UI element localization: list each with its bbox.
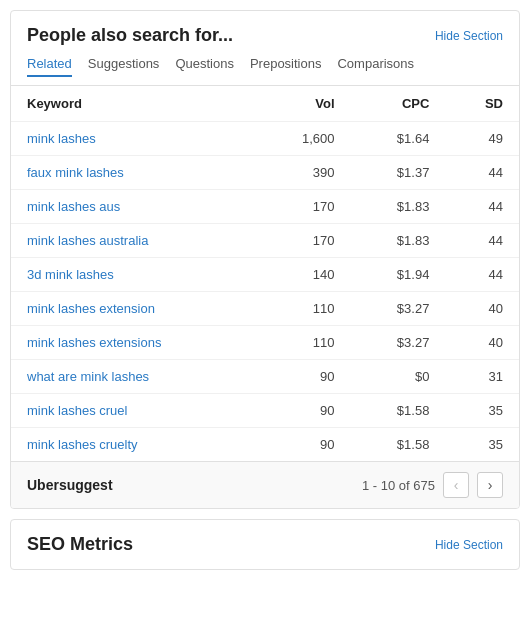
tab-questions[interactable]: Questions [175, 56, 234, 77]
col-keyword: Keyword [11, 86, 256, 122]
table-row: mink lashes cruelty 90 $1.58 35 [11, 428, 519, 462]
keyword-cell[interactable]: mink lashes extension [11, 292, 256, 326]
sd-cell: 44 [445, 258, 519, 292]
sd-cell: 31 [445, 360, 519, 394]
col-cpc: CPC [351, 86, 446, 122]
cpc-cell: $1.37 [351, 156, 446, 190]
pagination-controls: 1 - 10 of 675 ‹ › [362, 472, 503, 498]
vol-cell: 110 [256, 326, 351, 360]
keyword-table: Keyword Vol CPC SD mink lashes 1,600 $1.… [11, 86, 519, 461]
table-row: mink lashes extensions 110 $3.27 40 [11, 326, 519, 360]
table-footer: Ubersuggest 1 - 10 of 675 ‹ › [11, 461, 519, 508]
cpc-cell: $1.58 [351, 394, 446, 428]
table-row: mink lashes 1,600 $1.64 49 [11, 122, 519, 156]
vol-cell: 390 [256, 156, 351, 190]
sd-cell: 40 [445, 326, 519, 360]
keyword-cell[interactable]: 3d mink lashes [11, 258, 256, 292]
pagination-prev-button[interactable]: ‹ [443, 472, 469, 498]
keyword-cell[interactable]: mink lashes aus [11, 190, 256, 224]
sd-cell: 44 [445, 156, 519, 190]
vol-cell: 90 [256, 360, 351, 394]
seo-metrics-section: SEO Metrics Hide Section [10, 519, 520, 570]
seo-hide-section-link[interactable]: Hide Section [435, 538, 503, 552]
cpc-cell: $1.83 [351, 224, 446, 258]
hide-section-link[interactable]: Hide Section [435, 29, 503, 43]
vol-cell: 170 [256, 224, 351, 258]
tab-related[interactable]: Related [27, 56, 72, 77]
col-vol: Vol [256, 86, 351, 122]
table-row: 3d mink lashes 140 $1.94 44 [11, 258, 519, 292]
sd-cell: 44 [445, 190, 519, 224]
table-row: mink lashes australia 170 $1.83 44 [11, 224, 519, 258]
keyword-cell[interactable]: mink lashes australia [11, 224, 256, 258]
tabs-bar: Related Suggestions Questions Prepositio… [11, 56, 519, 86]
vol-cell: 90 [256, 394, 351, 428]
cpc-cell: $0 [351, 360, 446, 394]
pagination-text: 1 - 10 of 675 [362, 478, 435, 493]
table-row: faux mink lashes 390 $1.37 44 [11, 156, 519, 190]
cpc-cell: $1.58 [351, 428, 446, 462]
sd-cell: 49 [445, 122, 519, 156]
keyword-cell[interactable]: mink lashes cruelty [11, 428, 256, 462]
keyword-cell[interactable]: mink lashes [11, 122, 256, 156]
cpc-cell: $3.27 [351, 326, 446, 360]
vol-cell: 140 [256, 258, 351, 292]
table-row: mink lashes extension 110 $3.27 40 [11, 292, 519, 326]
sd-cell: 44 [445, 224, 519, 258]
sd-cell: 40 [445, 292, 519, 326]
section-header: People also search for... Hide Section [11, 11, 519, 56]
vol-cell: 90 [256, 428, 351, 462]
keyword-cell[interactable]: mink lashes cruel [11, 394, 256, 428]
cpc-cell: $1.64 [351, 122, 446, 156]
vol-cell: 110 [256, 292, 351, 326]
tab-suggestions[interactable]: Suggestions [88, 56, 160, 77]
tab-prepositions[interactable]: Prepositions [250, 56, 322, 77]
col-sd: SD [445, 86, 519, 122]
section-title: People also search for... [27, 25, 233, 46]
sd-cell: 35 [445, 394, 519, 428]
cpc-cell: $3.27 [351, 292, 446, 326]
keyword-cell[interactable]: mink lashes extensions [11, 326, 256, 360]
keyword-cell[interactable]: faux mink lashes [11, 156, 256, 190]
table-row: what are mink lashes 90 $0 31 [11, 360, 519, 394]
sd-cell: 35 [445, 428, 519, 462]
vol-cell: 170 [256, 190, 351, 224]
table-row: mink lashes cruel 90 $1.58 35 [11, 394, 519, 428]
table-row: mink lashes aus 170 $1.83 44 [11, 190, 519, 224]
pagination-next-button[interactable]: › [477, 472, 503, 498]
people-also-search-section: People also search for... Hide Section R… [10, 10, 520, 509]
footer-brand: Ubersuggest [27, 477, 113, 493]
seo-section-header: SEO Metrics Hide Section [11, 520, 519, 569]
keyword-cell[interactable]: what are mink lashes [11, 360, 256, 394]
vol-cell: 1,600 [256, 122, 351, 156]
seo-section-title: SEO Metrics [27, 534, 133, 555]
cpc-cell: $1.94 [351, 258, 446, 292]
cpc-cell: $1.83 [351, 190, 446, 224]
tab-comparisons[interactable]: Comparisons [337, 56, 414, 77]
